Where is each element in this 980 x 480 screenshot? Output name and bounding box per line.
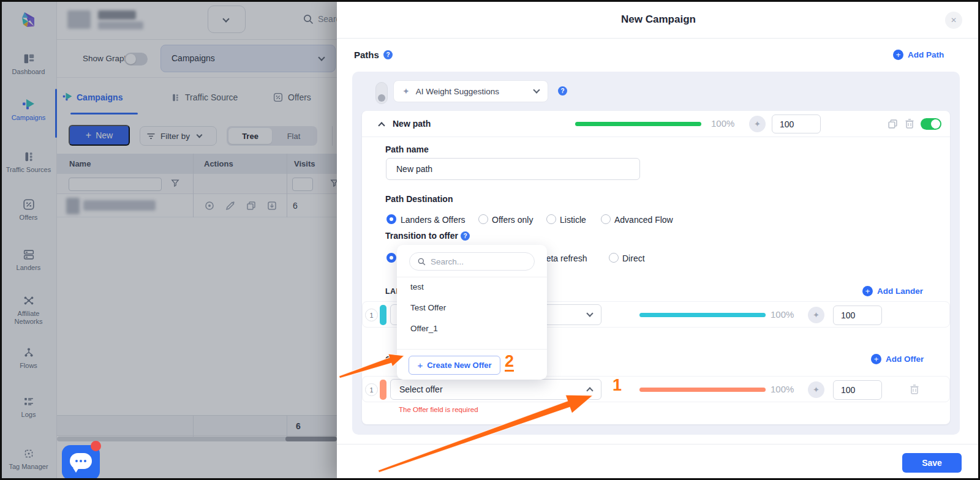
- transition-help-icon[interactable]: [461, 231, 470, 241]
- dropdown-search-placeholder: Search...: [431, 257, 464, 266]
- duplicate-path-icon[interactable]: [888, 119, 898, 129]
- annotation-step-2: 2: [505, 353, 514, 372]
- path-name-label: Path name: [385, 144, 429, 154]
- offer-weight-bar: [639, 388, 766, 392]
- create-new-offer-label: Create New Offer: [427, 361, 491, 370]
- offer-color-bar: [380, 380, 386, 400]
- radio-label: Offers only: [492, 215, 533, 225]
- offer-index-badge: 1: [365, 383, 378, 396]
- path-weight-input[interactable]: [772, 114, 821, 133]
- offer-weight-pct: 100%: [771, 384, 794, 394]
- new-campaign-modal: New Campaign Paths Add Path AI Weight Su…: [337, 0, 980, 480]
- radio-redirect[interactable]: [386, 253, 396, 263]
- plus-icon: [417, 360, 423, 370]
- radio-advanced-flow[interactable]: [601, 214, 611, 224]
- dropdown-search-field[interactable]: Search...: [409, 252, 535, 271]
- plus-circle-icon: [871, 354, 881, 364]
- ai-weight-help-icon[interactable]: [558, 86, 567, 96]
- offer-select-dropdown: Search... test Test Offer Offer_1 Create…: [397, 245, 547, 380]
- annotation-step-1: 1: [612, 376, 622, 395]
- add-offer-button[interactable]: Add Offer: [871, 354, 924, 364]
- lander-color-bar: [380, 305, 386, 325]
- chat-bubble-tail: [73, 468, 79, 473]
- path-destination-label: Path Destination: [385, 194, 453, 204]
- paths-heading: Paths: [354, 50, 379, 60]
- chevron-down-icon: [586, 310, 593, 317]
- chat-widget-button[interactable]: [62, 445, 100, 480]
- ai-weight-label: AI Weight Suggestions: [416, 87, 499, 96]
- delete-offer-icon[interactable]: [910, 384, 919, 395]
- ai-weight-diamond-button[interactable]: [808, 307, 824, 323]
- offer-select[interactable]: Select offer: [390, 379, 601, 400]
- offer-row: 1 Select offer 100%: [362, 376, 950, 402]
- dropdown-divider: [397, 277, 547, 277]
- radio-label: Direct: [622, 253, 645, 263]
- add-lander-button[interactable]: Add Lander: [862, 286, 923, 296]
- radio-landers-offers[interactable]: [386, 214, 396, 224]
- ai-weight-diamond-button[interactable]: [808, 381, 824, 398]
- search-icon: [418, 258, 426, 266]
- modal-title: New Campaign: [337, 13, 980, 26]
- add-path-button[interactable]: Add Path: [893, 50, 944, 60]
- radio-label: Listicle: [560, 215, 586, 225]
- lander-weight-bar: [639, 313, 766, 317]
- path-name-input[interactable]: [386, 158, 640, 180]
- offer-required-error: The Offer field is required: [399, 406, 478, 413]
- path-weight-pct: 100%: [711, 118, 734, 129]
- notification-dot: [91, 441, 101, 451]
- ai-weight-select[interactable]: AI Weight Suggestions: [393, 80, 548, 102]
- chat-bubble-icon: [70, 453, 92, 469]
- radio-direct[interactable]: [609, 253, 619, 263]
- delete-path-icon[interactable]: [905, 118, 914, 129]
- chevron-down-icon: [533, 86, 540, 93]
- plus-circle-icon: [862, 286, 873, 296]
- modal-footer-divider: [337, 444, 980, 444]
- path-weight-bar: [575, 122, 701, 126]
- lander-index-badge: 1: [365, 309, 378, 321]
- dropdown-item-test[interactable]: test: [410, 282, 424, 291]
- sparkle-icon: [402, 86, 410, 96]
- ai-weight-toggle[interactable]: [375, 82, 388, 104]
- transition-to-offer-label: Transition to offer: [385, 231, 458, 241]
- dropdown-item-offer-1[interactable]: Offer_1: [410, 324, 438, 333]
- radio-label: Landers & Offers: [401, 215, 466, 225]
- radio-listicle[interactable]: [546, 214, 556, 224]
- add-offer-label: Add Offer: [886, 354, 924, 364]
- collapse-path-icon[interactable]: [378, 122, 385, 129]
- modal-backdrop[interactable]: [0, 0, 337, 480]
- path-enabled-toggle[interactable]: [921, 118, 941, 130]
- create-new-offer-button[interactable]: Create New Offer: [409, 356, 500, 375]
- plus-circle-icon: [893, 50, 903, 60]
- lander-weight-input[interactable]: [833, 306, 882, 325]
- path-title: New path: [393, 119, 431, 129]
- offer-weight-input[interactable]: [833, 380, 882, 400]
- paths-help-icon[interactable]: [383, 50, 393, 59]
- path-card-header: New path 100%: [362, 111, 950, 137]
- add-path-label: Add Path: [908, 50, 944, 59]
- radio-label: Advanced Flow: [614, 215, 673, 225]
- save-button[interactable]: Save: [902, 453, 962, 473]
- dropdown-item-test-offer[interactable]: Test Offer: [410, 303, 446, 312]
- offer-select-value: Select offer: [399, 384, 443, 394]
- lander-weight-pct: 100%: [771, 309, 794, 320]
- ai-weight-diamond-button[interactable]: [749, 116, 766, 132]
- modal-header-divider: [337, 38, 980, 39]
- chevron-up-icon: [586, 387, 593, 394]
- close-icon[interactable]: [945, 12, 962, 29]
- radio-offers-only[interactable]: [478, 214, 488, 224]
- add-lander-label: Add Lander: [877, 287, 923, 296]
- dropdown-divider: [397, 349, 547, 350]
